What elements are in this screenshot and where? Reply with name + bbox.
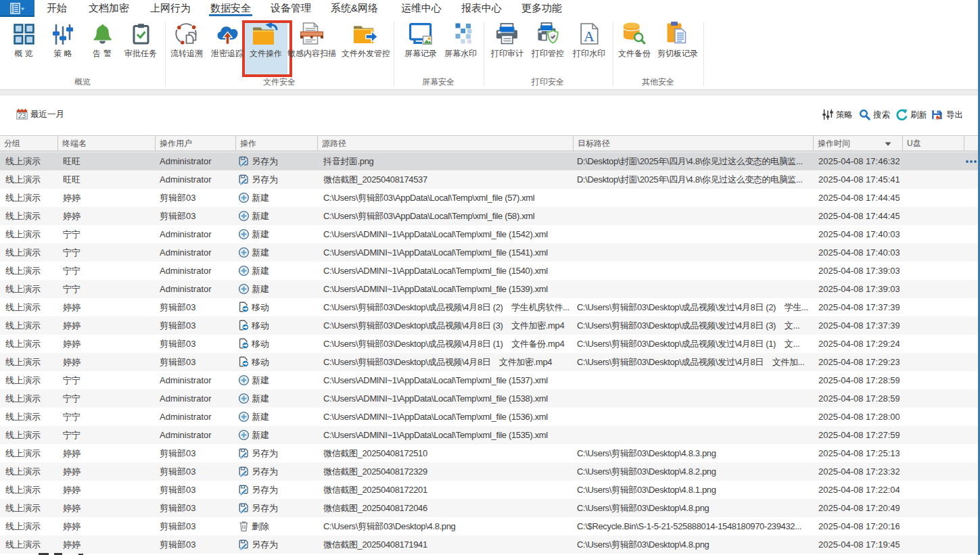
svg-text:23: 23 (18, 112, 26, 120)
svg-text:A: A (584, 28, 594, 45)
